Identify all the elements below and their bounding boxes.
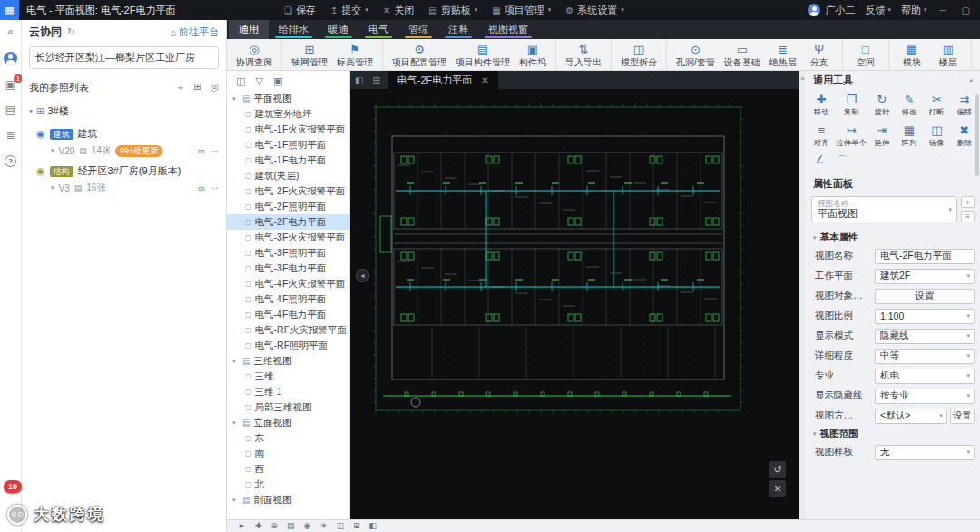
collapse-panel-icon[interactable]: « [7, 26, 14, 38]
property-select[interactable]: <默认>▾ [875, 409, 947, 424]
user-menu[interactable]: 广小二 [808, 4, 855, 17]
ribbon-tab[interactable]: 电气 [358, 20, 398, 39]
account-avatar-icon[interactable] [4, 52, 17, 65]
add-property-icon[interactable]: ＋ [961, 196, 975, 208]
grid-icon[interactable]: ⊞ [353, 522, 360, 530]
property-select[interactable]: 按专业▾ [875, 389, 975, 404]
visibility-eye-icon[interactable]: ◉ [36, 129, 45, 139]
view-tree-section[interactable]: ▾▤立面视图 [227, 415, 349, 430]
section-icon[interactable]: ◫ [336, 522, 344, 530]
view-item[interactable]: ▢西 [227, 461, 349, 477]
view-tree-section[interactable]: ▾▤平面视图 [227, 91, 349, 106]
ribbon-button[interactable]: ▦模块 [894, 42, 930, 68]
view-item[interactable]: ▢建筑(夹层) [227, 168, 349, 183]
settings-button[interactable]: 设置 [875, 289, 975, 304]
reference-item[interactable]: ◉结构经开区3#厂房(9月版本)▾V3▤16张∞⋯ [22, 161, 226, 198]
view-range-section[interactable]: ▾ 视图范围 [806, 426, 980, 442]
property-select[interactable]: 建筑2F▾ [875, 269, 975, 284]
view-item[interactable]: ▢东 [227, 430, 349, 446]
property-select[interactable]: 1:100▾ [875, 309, 975, 324]
maximize-button[interactable]: ▢ [959, 5, 973, 15]
tool-button[interactable]: ✖删除 [951, 120, 978, 151]
view-item[interactable]: ▢局部三维视图 [227, 399, 349, 415]
locate-icon[interactable]: ◎ [210, 81, 219, 94]
minimize-button[interactable]: ─ [936, 5, 948, 15]
tool-button[interactable]: ↻旋转 [867, 89, 895, 120]
measure-arc-icon[interactable]: ⌒ [838, 153, 848, 169]
feedback-menu[interactable]: 反馈▾ [865, 4, 891, 17]
ribbon-tab[interactable]: 给排水 [269, 20, 318, 39]
titlebar-menu-item[interactable]: ▦项目管理▾ [485, 0, 558, 20]
view-tree-section[interactable]: ▾▤剖面视图 [227, 492, 349, 507]
pan-icon[interactable]: ✚ [255, 522, 262, 530]
view-item[interactable]: ▢建筑室外地坪 [227, 106, 349, 122]
view-item[interactable]: ▢电气-1F火灾报警平面 [227, 122, 349, 137]
project-name-box[interactable]: 长沙经开区梨江—榔梨片区工业厂房 [29, 46, 219, 69]
filter-icon[interactable]: ▽ [255, 75, 262, 87]
layers-icon[interactable]: ▤ [287, 522, 295, 530]
view-selector[interactable]: 视图名称 平面视图 ▾ [811, 196, 957, 222]
ribbon-button[interactable]: ≣绝热层 [765, 42, 801, 68]
panel-toggle-icon[interactable]: ◫ [236, 75, 245, 87]
ribbon-button[interactable]: ▥楼层 [930, 42, 966, 68]
ribbon-tab[interactable]: 通用 [229, 20, 269, 39]
view-tree-section[interactable]: ▾▤三维视图 [227, 353, 349, 369]
tool-button[interactable]: ◫镜像 [923, 120, 950, 151]
reset-view-button[interactable]: ↺ [769, 461, 786, 478]
ribbon-button[interactable]: ▤项目构件管理 [451, 42, 514, 68]
batch-open-icon[interactable]: ▣ [273, 75, 282, 87]
link-icon[interactable]: ∞ [198, 182, 205, 193]
view-item[interactable]: ▢电气-4F电力平面 [227, 307, 349, 322]
property-select[interactable]: 机电▾ [875, 369, 975, 384]
general-tools-header[interactable]: 通用工具 ▴ [806, 71, 980, 89]
ribbon-button[interactable]: ▣构件坞 [514, 42, 551, 68]
view-item[interactable]: ▢电气-2F电力平面 [227, 214, 349, 230]
cad-floorplan[interactable] [350, 89, 799, 507]
titlebar-menu-item[interactable]: ⚙系统设置▾ [558, 0, 631, 20]
document-icon[interactable]: ▤ [5, 104, 15, 116]
view-item[interactable]: ▢三维 1 [227, 384, 349, 399]
ribbon-button[interactable]: ⊞轴网管理 [287, 42, 332, 68]
tool-button[interactable]: ⇉偏移 [951, 89, 978, 120]
view-item[interactable]: ▢电气-3F照明平面 [227, 245, 349, 261]
more-icon[interactable]: ⋯ [210, 146, 219, 156]
tool-button[interactable]: ✂打断 [923, 89, 950, 120]
ribbon-tab[interactable]: 视图视窗 [478, 20, 538, 39]
settings-button[interactable]: 设置 [950, 409, 975, 424]
ribbon-button[interactable]: ▭设备基础 [720, 42, 765, 68]
property-list-icon[interactable]: ≡ [961, 211, 975, 222]
list-icon[interactable]: ≣ [5, 130, 15, 142]
model-icon[interactable]: ▣1 [5, 79, 15, 91]
view-item[interactable]: ▢电气-2F照明平面 [227, 199, 349, 214]
ribbon-tab[interactable]: 暖通 [318, 20, 358, 39]
add-reference-icon[interactable]: ＋ [175, 81, 185, 94]
cursor-icon[interactable]: ► [238, 522, 246, 530]
property-select[interactable]: 无▾ [875, 445, 975, 460]
view-item[interactable]: ▢电气-2F火灾报警平面 [227, 183, 349, 199]
zoom-icon[interactable]: ⊕ [270, 522, 278, 530]
expand-all-icon[interactable]: ⊞ [193, 81, 201, 94]
property-select[interactable]: 隐藏线▾ [875, 329, 975, 344]
tile-view-icon[interactable]: ◧ [350, 71, 368, 89]
titlebar-menu-item[interactable]: ✕关闭 [376, 0, 421, 20]
ribbon-button[interactable]: ⇅导入导出 [561, 42, 606, 68]
more-icon[interactable]: ⋯ [210, 183, 219, 193]
view-item[interactable]: ▢电气-RF火灾报警平面 [227, 322, 349, 338]
view-item[interactable]: ▢电气-1F照明平面 [227, 137, 349, 153]
view-item[interactable]: ▢电气-1F电力平面 [227, 153, 349, 168]
titlebar-menu-item[interactable]: ▤剪贴板▾ [421, 0, 485, 20]
property-input[interactable]: 电气-2F电力平面 [875, 249, 975, 264]
view-item[interactable]: ▢电气-3F火灾报警平面 [227, 230, 349, 245]
ribbon-tab[interactable]: 注释 [438, 20, 478, 39]
view-item[interactable]: ▢电气-4F火灾报警平面 [227, 276, 349, 291]
properties-panel-header[interactable]: 属性面板 [806, 174, 980, 192]
titlebar-menu-item[interactable]: ↥提交▾ [323, 0, 376, 20]
panel-collapse-divider[interactable]: « [799, 71, 806, 519]
basic-properties-section[interactable]: ▾ 基本属性 [806, 230, 980, 246]
ribbon-button[interactable]: ⚑标高管理 [332, 42, 377, 68]
ribbon-tab[interactable]: 管综 [398, 20, 438, 39]
visibility-eye-icon[interactable]: ◉ [36, 166, 45, 176]
ribbon-button[interactable]: ◫模型拆分 [616, 42, 662, 68]
ribbon-button[interactable]: Ψ分支 [801, 42, 838, 68]
help-menu[interactable]: 帮助▾ [901, 4, 927, 17]
